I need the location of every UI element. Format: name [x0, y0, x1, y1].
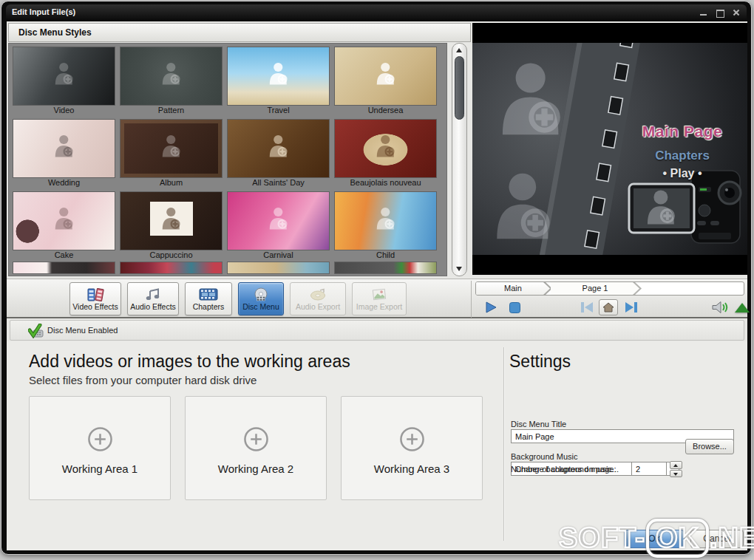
- style-thumbnail[interactable]: Travel: [228, 47, 329, 116]
- style-thumbnail-image: [13, 120, 115, 177]
- style-thumbnail-label: Beaujolais nouveau: [335, 177, 436, 188]
- style-thumbnail-label: Video: [13, 105, 115, 116]
- video-effects-icon: [86, 287, 105, 302]
- volume-button[interactable]: [710, 299, 730, 315]
- style-thumbnail-image: [120, 47, 222, 105]
- scroll-up-icon[interactable]: [452, 45, 466, 55]
- style-thumbnail[interactable]: Pattern: [120, 47, 222, 116]
- person-placeholder-icon: [373, 205, 399, 232]
- breadcrumb-tab-main[interactable]: Main: [476, 282, 550, 295]
- close-icon[interactable]: [732, 8, 741, 17]
- settings-heading: Settings: [509, 352, 571, 372]
- disc-menu-icon: [253, 287, 269, 302]
- working-area-dropzone[interactable]: Working Area 1: [29, 396, 171, 500]
- chapters-count-label: Number of chapters on page:: [511, 465, 616, 474]
- disc-menu-enabled-check-icon: [28, 324, 44, 338]
- image-export-button: Image Export: [352, 282, 407, 315]
- stop-button[interactable]: [505, 299, 524, 315]
- person-placeholder-icon: [373, 61, 399, 87]
- style-thumbnail-image: [335, 47, 436, 105]
- maximize-icon[interactable]: [716, 8, 724, 17]
- background-music-label: Background Music: [511, 452, 578, 461]
- skip-forward-button[interactable]: [622, 299, 641, 315]
- style-thumbnail-image: [228, 192, 329, 250]
- dialog-content: Disc Menu Styles Video: [7, 21, 747, 550]
- styles-scrollbar[interactable]: [452, 43, 467, 276]
- person-placeholder-icon: [489, 56, 576, 143]
- style-thumbnail-partial[interactable]: [228, 262, 329, 273]
- style-thumbnail-label: Cake: [13, 250, 115, 261]
- style-thumbnail-image: [13, 47, 115, 105]
- style-thumbnail-image: [228, 120, 329, 177]
- cancel-button[interactable]: Cancel: [690, 530, 744, 548]
- chapters-button[interactable]: Chapters: [185, 282, 232, 315]
- scroll-down-icon[interactable]: [452, 264, 466, 274]
- chapters-count-input[interactable]: [631, 462, 667, 476]
- style-thumbnail[interactable]: Carnival: [228, 192, 329, 261]
- scrollbar-thumb[interactable]: [455, 56, 464, 120]
- skip-back-button[interactable]: [577, 299, 597, 315]
- expand-button[interactable]: [733, 299, 752, 315]
- minimize-icon[interactable]: [699, 8, 708, 17]
- toolbar-divider: [471, 281, 472, 318]
- disc-menu-enabled-label: Disc Menu Enabled: [47, 321, 118, 341]
- ok-button[interactable]: Ok: [624, 530, 685, 548]
- play-button[interactable]: [481, 299, 500, 315]
- home-button[interactable]: [599, 299, 618, 315]
- toolbar-button-label: Chapters: [193, 303, 225, 311]
- breadcrumb-tab-page1[interactable]: Page 1: [551, 282, 639, 295]
- audio-effects-button[interactable]: Audio Effects: [127, 282, 179, 315]
- add-icon: [243, 426, 269, 452]
- audio-export-icon: [309, 287, 327, 302]
- video-effects-button[interactable]: Video Effects: [69, 282, 121, 315]
- style-grid-partial-row: [13, 262, 436, 273]
- menu-preview-canvas: Main Page Chapters • Play •: [472, 43, 747, 255]
- style-thumbnail[interactable]: Album: [120, 120, 222, 188]
- style-thumbnail[interactable]: Cake: [13, 192, 115, 261]
- working-area-label: Working Area 3: [374, 462, 449, 475]
- style-thumbnail[interactable]: All Saints' Day: [228, 120, 329, 188]
- style-thumbnail-image: [335, 120, 436, 177]
- toolbar-button-label: Image Export: [356, 303, 402, 311]
- working-areas-heading: Add videos or images to the working area…: [29, 352, 350, 372]
- add-icon: [87, 426, 113, 452]
- style-thumbnail-label: Child: [335, 250, 436, 261]
- toolbar-button-label: Audio Export: [296, 303, 340, 311]
- style-thumbnail-image: [13, 192, 115, 250]
- lower-panel: Add videos or images to the working area…: [7, 341, 747, 550]
- style-thumbnail-label: Undersea: [335, 105, 436, 116]
- style-thumbnail-label: Wedding: [13, 177, 115, 188]
- style-thumbnail-image: [120, 120, 222, 177]
- add-icon: [399, 426, 425, 452]
- style-thumbnail[interactable]: Cappuccino: [120, 192, 222, 261]
- style-thumbnail[interactable]: Wedding: [13, 120, 115, 188]
- working-areas: Working Area 1 Working Area 2: [29, 396, 483, 500]
- window-controls: [699, 7, 741, 18]
- preview-chapters-link[interactable]: Chapters: [626, 148, 738, 163]
- disc-menu-enabled-row[interactable]: Disc Menu Enabled: [10, 320, 744, 341]
- style-thumbnail-partial[interactable]: [13, 262, 115, 273]
- transport-controls: [472, 297, 747, 318]
- toolbar-button-label: Disc Menu: [242, 303, 279, 311]
- title-bar: Edit Input File(s): [6, 4, 747, 21]
- style-thumbnail[interactable]: Undersea: [335, 47, 436, 116]
- browse-button[interactable]: Browse...: [685, 439, 734, 454]
- preview-play-link[interactable]: • Play •: [626, 167, 738, 180]
- working-area-dropzone[interactable]: Working Area 3: [341, 396, 483, 500]
- section-divider: [503, 347, 504, 541]
- style-thumbnail[interactable]: Child: [335, 192, 436, 261]
- menu-preview: Main Page Chapters • Play •: [472, 23, 747, 275]
- style-thumbnail[interactable]: Beaujolais nouveau: [335, 120, 436, 188]
- style-thumbnail-label: Travel: [228, 105, 329, 116]
- style-thumbnail-partial[interactable]: [120, 262, 222, 273]
- stepper-up-icon[interactable]: [670, 461, 682, 469]
- working-area-dropzone[interactable]: Working Area 2: [185, 396, 327, 500]
- style-thumbnail-partial[interactable]: [335, 262, 436, 273]
- stepper-down-icon[interactable]: [670, 470, 682, 478]
- style-thumbnail[interactable]: Video: [13, 47, 115, 116]
- person-placeholder-icon: [51, 205, 78, 232]
- person-placeholder-icon: [158, 133, 185, 160]
- image-export-icon: [371, 287, 387, 302]
- disc-menu-title-label: Disc Menu Title: [511, 420, 566, 428]
- disc-menu-button[interactable]: Disc Menu: [238, 282, 284, 315]
